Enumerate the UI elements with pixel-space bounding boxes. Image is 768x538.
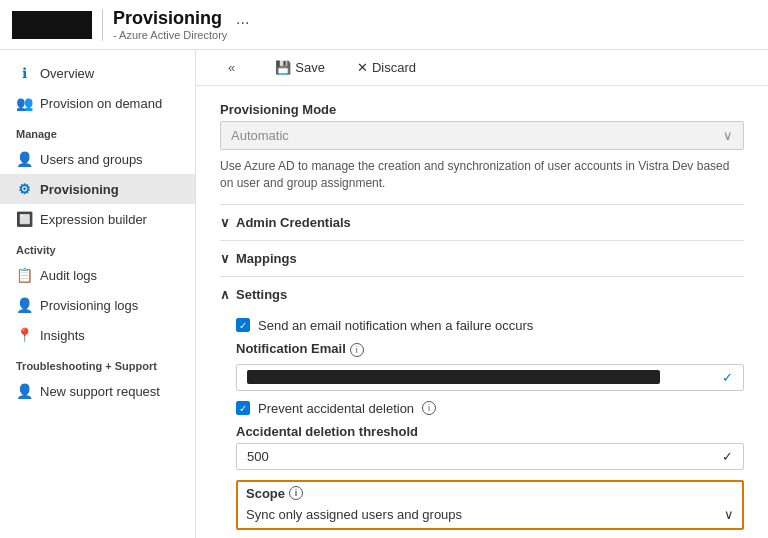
- notification-email-label: Notification Email: [236, 341, 346, 356]
- prevent-deletion-info-icon[interactable]: i: [422, 401, 436, 415]
- save-icon: 💾: [275, 60, 291, 75]
- collapse-sidebar-button[interactable]: «: [220, 56, 243, 79]
- deletion-threshold-check-icon: ✓: [722, 449, 733, 464]
- sidebar: ℹ Overview 👥 Provision on demand Manage …: [0, 50, 196, 538]
- header-title-group: Provisioning ... - Azure Active Director…: [113, 8, 249, 41]
- email-notification-checkbox[interactable]: [236, 318, 250, 332]
- scope-label: Scope: [246, 486, 285, 501]
- ellipsis-menu[interactable]: ...: [236, 10, 249, 28]
- users-and-groups-icon: 👤: [16, 151, 32, 167]
- sidebar-expression-builder-label: Expression builder: [40, 212, 147, 227]
- provisioning-mode-select[interactable]: Automatic ∨: [220, 121, 744, 150]
- audit-logs-icon: 📋: [16, 267, 32, 283]
- accidental-deletion-value: 500: [247, 449, 269, 464]
- admin-credentials-section[interactable]: ∨ Admin Credentials: [220, 204, 744, 240]
- support-request-icon: 👤: [16, 383, 32, 399]
- toolbar: « 💾 Save ✕ Discard: [196, 50, 768, 86]
- prevent-deletion-checkbox[interactable]: [236, 401, 250, 415]
- email-notification-row: Send an email notification when a failur…: [236, 318, 744, 333]
- provisioning-description: Use Azure AD to manage the creation and …: [220, 158, 744, 192]
- scope-section: Scope i Sync only assigned users and gro…: [236, 480, 744, 530]
- scope-label-row: Scope i: [238, 482, 742, 503]
- sidebar-item-new-support-request[interactable]: 👤 New support request: [0, 376, 195, 406]
- sidebar-item-provisioning-logs[interactable]: 👤 Provisioning logs: [0, 290, 195, 320]
- content-body: Provisioning Mode Automatic ∨ Use Azure …: [196, 86, 768, 538]
- scope-value: Sync only assigned users and groups: [246, 507, 462, 522]
- company-logo: [12, 11, 92, 39]
- sidebar-users-groups-label: Users and groups: [40, 152, 143, 167]
- sidebar-provision-on-demand-label: Provision on demand: [40, 96, 162, 111]
- settings-label: Settings: [236, 287, 287, 302]
- sidebar-item-audit-logs[interactable]: 📋 Audit logs: [0, 260, 195, 290]
- scope-info-icon[interactable]: i: [289, 486, 303, 500]
- sidebar-item-insights[interactable]: 📍 Insights: [0, 320, 195, 350]
- notification-email-info-icon[interactable]: i: [350, 343, 364, 357]
- save-button[interactable]: 💾 Save: [267, 56, 333, 79]
- expression-builder-icon: 🔲: [16, 211, 32, 227]
- mappings-collapse-icon: ∨: [220, 251, 230, 266]
- insights-icon: 📍: [16, 327, 32, 343]
- admin-credentials-collapse-icon: ∨: [220, 215, 230, 230]
- settings-collapse-icon: ∧: [220, 287, 230, 302]
- sidebar-item-provisioning[interactable]: ⚙ Provisioning: [0, 174, 195, 204]
- settings-section: Send an email notification when a failur…: [220, 306, 744, 538]
- accidental-deletion-input[interactable]: 500 ✓: [236, 443, 744, 470]
- mappings-section[interactable]: ∨ Mappings: [220, 240, 744, 276]
- sidebar-activity-section: Activity: [0, 234, 195, 260]
- content-area: « 💾 Save ✕ Discard Provisioning Mode Aut…: [196, 50, 768, 538]
- app-header: Provisioning ... - Azure Active Director…: [0, 0, 768, 50]
- sidebar-support-request-label: New support request: [40, 384, 160, 399]
- scope-select[interactable]: Sync only assigned users and groups ∨: [238, 503, 742, 528]
- overview-icon: ℹ: [16, 65, 32, 81]
- scope-chevron-down-icon: ∨: [724, 507, 734, 522]
- provisioning-mode-value: Automatic: [231, 128, 289, 143]
- discard-icon: ✕: [357, 60, 368, 75]
- page-title: Provisioning: [113, 8, 222, 29]
- provision-on-demand-icon: 👥: [16, 95, 32, 111]
- mappings-label: Mappings: [236, 251, 297, 266]
- chevron-down-icon: ∨: [723, 128, 733, 143]
- prevent-deletion-label: Prevent accidental deletion: [258, 401, 414, 416]
- discard-button[interactable]: ✕ Discard: [349, 56, 424, 79]
- prevent-deletion-row: Prevent accidental deletion i: [236, 401, 744, 416]
- provisioning-logs-icon: 👤: [16, 297, 32, 313]
- sidebar-provisioning-label: Provisioning: [40, 182, 119, 197]
- sidebar-troubleshooting-section: Troubleshooting + Support: [0, 350, 195, 376]
- email-notification-label: Send an email notification when a failur…: [258, 318, 533, 333]
- sidebar-manage-section: Manage: [0, 118, 195, 144]
- save-label: Save: [295, 60, 325, 75]
- sidebar-overview-label: Overview: [40, 66, 94, 81]
- admin-credentials-label: Admin Credentials: [236, 215, 351, 230]
- sidebar-item-users-and-groups[interactable]: 👤 Users and groups: [0, 144, 195, 174]
- sidebar-item-expression-builder[interactable]: 🔲 Expression builder: [0, 204, 195, 234]
- provisioning-icon: ⚙: [16, 181, 32, 197]
- settings-section-header[interactable]: ∧ Settings: [220, 276, 744, 306]
- header-divider: [102, 9, 103, 41]
- provisioning-mode-label: Provisioning Mode: [220, 102, 744, 117]
- notification-email-value: [247, 370, 660, 384]
- main-layout: ℹ Overview 👥 Provision on demand Manage …: [0, 50, 768, 538]
- sidebar-provisioning-logs-label: Provisioning logs: [40, 298, 138, 313]
- sidebar-item-overview[interactable]: ℹ Overview: [0, 58, 195, 88]
- discard-label: Discard: [372, 60, 416, 75]
- sidebar-insights-label: Insights: [40, 328, 85, 343]
- notification-email-check-icon: ✓: [722, 370, 733, 385]
- notification-email-input[interactable]: ✓: [236, 364, 744, 391]
- page-subtitle: - Azure Active Directory: [113, 29, 249, 41]
- accidental-deletion-label: Accidental deletion threshold: [236, 424, 744, 439]
- sidebar-audit-logs-label: Audit logs: [40, 268, 97, 283]
- sidebar-item-provision-on-demand[interactable]: 👥 Provision on demand: [0, 88, 195, 118]
